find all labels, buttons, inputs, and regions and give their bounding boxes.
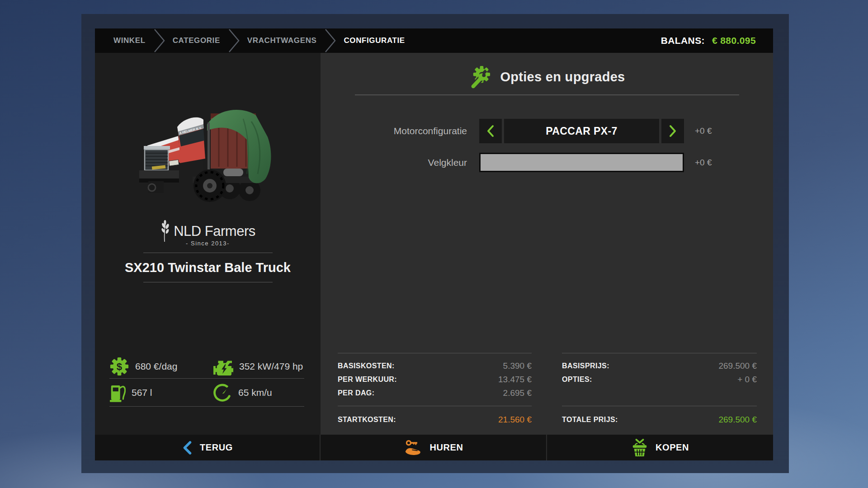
basket-icon (631, 438, 648, 457)
divider (562, 406, 757, 406)
engine-icon (212, 357, 233, 375)
divider (143, 282, 273, 282)
vehicle-name: SX210 Twinstar Bale Truck (95, 260, 321, 275)
cost-value: 5.390 € (503, 361, 532, 371)
cost-label: PER WERKUUR: (338, 375, 397, 384)
engine-option-value: PACCAR PX-7 (504, 119, 659, 143)
options-title-row: Opties en upgrades (321, 66, 773, 89)
action-bar: TERUG HUREN (95, 435, 773, 460)
cost-value: 269.500 € (718, 361, 757, 371)
breadcrumb-item-categorie[interactable]: CATEGORIE (173, 36, 220, 45)
breadcrumb-chevron-icon (153, 28, 165, 53)
options-title: Opties en upgrades (500, 70, 625, 84)
stat-speed: 65 km/u (212, 383, 272, 403)
speedometer-icon (212, 383, 232, 403)
breadcrumb-chevron-icon (227, 28, 240, 53)
buy-button[interactable]: KOPEN (547, 435, 773, 460)
config-label: Motorconfiguratie (321, 119, 467, 143)
startkosten-value: 21.560 € (498, 415, 532, 425)
options-panel: Opties en upgrades Motorconfiguratie PAC… (321, 53, 773, 435)
money-gear-icon: $ (109, 357, 129, 376)
shop-config-window: WINKEL CATEGORIE VRACHTWAGENS CONFIGURAT… (81, 14, 789, 473)
divider (562, 353, 757, 353)
option-price: +0 € (695, 153, 712, 172)
vehicle-stats: $ 680 €/dag 352 kW/479 hp (109, 355, 304, 407)
cost-value: 2.695 € (503, 388, 532, 398)
rent-button-label: HUREN (429, 442, 463, 453)
back-button-label: TERUG (200, 442, 233, 453)
breadcrumb: WINKEL CATEGORIE VRACHTWAGENS CONFIGURAT… (95, 28, 773, 53)
divider (338, 353, 532, 353)
cost-label: TOTALE PRIJS: (562, 416, 618, 424)
truck-illustration: A HELMER B.V. (135, 94, 288, 211)
next-option-button[interactable] (661, 119, 684, 143)
divider (338, 406, 532, 406)
cost-label: BASISKOSTEN: (338, 362, 395, 370)
stat-value: 567 l (132, 387, 152, 398)
breadcrumb-item-configuratie: CONFIGURATIE (344, 36, 405, 45)
stats-row: 567 l 65 km/u (109, 379, 304, 407)
stat-power: 352 kW/479 hp (212, 357, 303, 375)
cost-row: OPTIES: + 0 € (562, 373, 757, 386)
cost-total-row: TOTALE PRIJS: 269.500 € (562, 413, 757, 427)
cost-row: BASISPRIJS: 269.500 € (562, 359, 757, 373)
cost-label: STARTKOSTEN: (338, 416, 396, 424)
brand-name: NLD Farmers (174, 223, 255, 239)
config-row-rimcolor: Velgkleur +0 € (321, 153, 773, 172)
prev-option-button[interactable] (479, 119, 502, 143)
cost-value: 13.475 € (498, 375, 532, 385)
stat-capacity: 567 l (109, 382, 212, 403)
divider (143, 253, 273, 253)
breadcrumb-item-vrachtwagens[interactable]: VRACHTWAGENS (247, 36, 317, 45)
cost-label: BASISPRIJS: (562, 362, 609, 370)
option-price: +0 € (695, 119, 712, 143)
buy-button-label: KOPEN (656, 442, 689, 453)
balance-label: BALANS: (661, 35, 705, 46)
chevron-left-icon (182, 440, 193, 455)
wrench-gear-icon (468, 66, 491, 89)
cost-row: PER DAG: 2.695 € (338, 386, 532, 400)
wheat-icon (160, 220, 170, 243)
fuel-pump-icon (109, 382, 126, 403)
vehicle-preview-panel: A HELMER B.V. (95, 53, 321, 435)
balance: BALANS: € 880.095 (661, 35, 773, 46)
stat-daily-cost: $ 680 €/dag (109, 357, 212, 376)
chevron-left-icon (486, 125, 495, 137)
stat-value: 680 €/dag (135, 361, 177, 372)
stat-value: 352 kW/479 hp (239, 361, 303, 372)
config-row-engine: Motorconfiguratie PACCAR PX-7 (321, 119, 773, 143)
balance-value: € 880.095 (712, 35, 756, 46)
total-price-value: 269.500 € (718, 415, 757, 425)
stats-row: $ 680 €/dag 352 kW/479 hp (109, 355, 304, 379)
cost-label: PER DAG: (338, 389, 374, 397)
cost-row: BASISKOSTEN: 5.390 € (338, 359, 532, 373)
hand-key-icon (403, 439, 422, 456)
cost-row: PER WERKUUR: 13.475 € (338, 373, 532, 386)
vehicle-image: A HELMER B.V. (135, 94, 288, 211)
breadcrumb-item-winkel[interactable]: WINKEL (113, 36, 146, 45)
stat-value: 65 km/u (238, 387, 272, 398)
cost-total-row: STARTKOSTEN: 21.560 € (338, 413, 532, 427)
chevron-right-icon (668, 125, 677, 137)
engine-selector: PACCAR PX-7 (479, 119, 684, 143)
content: A HELMER B.V. (95, 53, 773, 435)
svg-text:$: $ (117, 361, 122, 372)
breadcrumb-chevron-icon (324, 28, 336, 53)
config-label: Velgkleur (321, 153, 467, 172)
rim-color-swatch[interactable] (479, 153, 684, 172)
cost-label: OPTIES: (562, 375, 592, 384)
divider (355, 94, 739, 95)
brand-subtitle: - Since 2013- (95, 240, 321, 247)
back-button[interactable]: TERUG (95, 435, 321, 460)
cost-value: + 0 € (737, 375, 757, 385)
screen: WINKEL CATEGORIE VRACHTWAGENS CONFIGURAT… (0, 0, 868, 488)
brand-logo: NLD Farmers (95, 220, 321, 243)
rent-button[interactable]: HUREN (321, 435, 547, 460)
